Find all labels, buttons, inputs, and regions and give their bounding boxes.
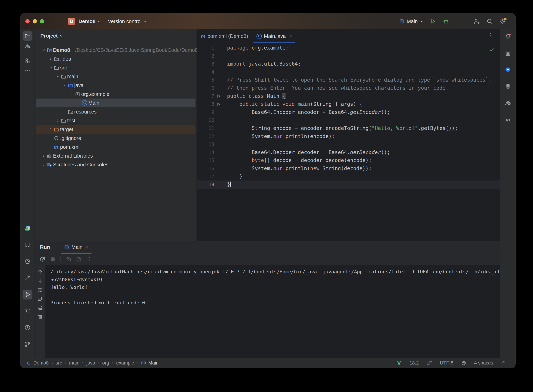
copilot-robot-icon[interactable] <box>503 81 513 91</box>
tree-row-external-libraries[interactable]: External Libraries <box>36 151 196 160</box>
breadcrumb-item-org[interactable]: org <box>102 360 109 366</box>
code-with-me-icon[interactable] <box>503 98 513 108</box>
indent-widget[interactable]: 4 spaces <box>474 360 493 366</box>
run-tab-main[interactable]: Main ✕ <box>61 241 92 253</box>
rerun-icon[interactable] <box>39 256 45 262</box>
run-line-gutter-icon[interactable] <box>214 100 223 108</box>
scroll-to-end-icon[interactable] <box>37 296 43 302</box>
breadcrumb-item-java[interactable]: java <box>87 360 95 366</box>
tree-chevron-down-icon[interactable] <box>48 66 54 70</box>
breadcrumb-item-example[interactable]: example <box>116 360 134 366</box>
scroll-up-icon[interactable] <box>37 269 43 275</box>
caret-position-widget[interactable]: 18:2 <box>409 360 419 366</box>
brackets-icon[interactable] <box>23 240 33 250</box>
more-actions-kebab-icon[interactable] <box>455 18 463 25</box>
learn-person-icon[interactable]: ? <box>23 41 33 51</box>
stop-icon[interactable] <box>50 256 56 262</box>
line-ending-widget[interactable]: LF <box>426 360 432 366</box>
profiler-gauge-icon[interactable] <box>76 256 82 262</box>
gopher-plugin-icon[interactable] <box>23 223 33 233</box>
console-options-kebab-icon[interactable] <box>86 256 92 262</box>
tree-row-target[interactable]: target <box>36 125 196 134</box>
v-plugin-icon[interactable] <box>396 360 402 366</box>
lock-open-icon[interactable] <box>501 360 506 366</box>
tree-row-scratches-and-consoles[interactable]: Scratches and Consoles <box>36 160 196 169</box>
close-window-button[interactable] <box>25 19 30 23</box>
run-button[interactable] <box>429 18 437 25</box>
maven-file-icon: m <box>201 34 205 39</box>
tree-chevron-right-icon[interactable] <box>48 57 54 61</box>
run-play-icon[interactable] <box>23 289 33 299</box>
tree-row-main[interactable]: CMain <box>36 98 196 107</box>
tree-row-demo8[interactable]: Demo8~/Desktop/CS/JavaEE/5 Java SpringBo… <box>36 46 196 55</box>
maven-m-icon[interactable]: m <box>503 115 513 124</box>
editor-options-kebab-icon[interactable] <box>488 33 494 38</box>
tree-chevron-down-icon[interactable] <box>69 92 75 96</box>
gutter-spacer <box>214 140 223 148</box>
breadcrumb-item-main[interactable]: main <box>69 360 79 366</box>
build-hammer-icon[interactable] <box>23 273 33 283</box>
run-toolbar <box>35 253 500 265</box>
tree-row--idea[interactable]: .idea <box>36 55 196 63</box>
tree-chevron-right-icon[interactable] <box>41 163 47 167</box>
breadcrumb-item-main[interactable]: CMain <box>141 360 159 366</box>
minimize-window-button[interactable] <box>33 19 37 23</box>
tree-row-pom-xml[interactable]: mpom.xml <box>36 143 196 151</box>
code-line: 14 Base64.Decoder decoder = Base64.getDe… <box>197 148 500 157</box>
tree-row-org-example[interactable]: org.example <box>36 90 196 98</box>
tree-chevron-right-icon[interactable] <box>48 127 54 131</box>
scroll-down-icon[interactable] <box>37 278 43 284</box>
vcs-menu[interactable]: Version control <box>108 19 147 24</box>
tab-main-java[interactable]: C Main.java ✕ <box>252 29 297 43</box>
more-ellipsis-icon[interactable] <box>23 66 33 76</box>
project-tool-window: Project Demo8~/Desktop/CS/JavaEE/5 Java … <box>35 29 197 241</box>
breadcrumb-item-demo8[interactable]: Demo8 <box>27 360 49 366</box>
screenshot-camera-icon[interactable] <box>65 256 71 262</box>
tree-chevron-down-icon[interactable] <box>41 48 47 52</box>
tree-row--gitignore[interactable]: .gitignore <box>36 134 196 143</box>
clear-console-trash-icon[interactable] <box>37 314 43 320</box>
tree-row-main[interactable]: main <box>36 72 196 81</box>
structure-squares-icon[interactable] <box>23 56 33 66</box>
git-branch-icon[interactable] <box>23 339 33 349</box>
tree-chevron-down-icon[interactable] <box>62 83 68 87</box>
copilot-status-icon[interactable] <box>461 360 466 366</box>
terminal-icon[interactable] <box>23 306 33 316</box>
project-folder-icon[interactable] <box>23 31 33 41</box>
tab-pom-xml[interactable]: m pom.xml (Demo8) <box>197 29 252 43</box>
tree-row-src[interactable]: src <box>36 63 196 72</box>
close-tab-icon[interactable]: ✕ <box>289 33 292 39</box>
zoom-window-button[interactable] <box>40 19 44 23</box>
problems-icon[interactable] <box>23 323 33 333</box>
tree-row-test[interactable]: test <box>36 116 196 125</box>
breadcrumb-item-src[interactable]: src <box>56 360 62 366</box>
print-icon[interactable] <box>37 305 43 311</box>
close-run-tab-icon[interactable]: ✕ <box>85 244 89 250</box>
ai-chat-icon[interactable] <box>503 65 513 75</box>
soft-wrap-icon[interactable] <box>37 287 43 293</box>
project-panel-header[interactable]: Project <box>35 29 196 42</box>
indent-guide <box>239 108 239 173</box>
tree-chevron-right-icon[interactable] <box>41 154 47 158</box>
code-line-text: package org.example; <box>223 44 500 52</box>
database-icon[interactable] <box>503 48 513 58</box>
run-configuration-selector[interactable]: Main <box>399 19 424 24</box>
code-with-me-add-user-icon[interactable] <box>473 18 481 25</box>
search-everywhere-icon[interactable] <box>486 18 494 25</box>
chevron-down-icon <box>59 34 63 38</box>
settings-gear-icon[interactable] <box>499 18 507 25</box>
run-line-gutter-icon[interactable] <box>214 92 223 100</box>
tree-row-java[interactable]: java <box>36 81 196 90</box>
project-avatar[interactable]: D <box>68 18 75 25</box>
services-icon[interactable] <box>23 257 33 266</box>
project-menu[interactable]: Demo8 <box>79 19 101 24</box>
gutter-spacer <box>214 76 223 84</box>
tree-row-resources[interactable]: resources <box>36 107 196 116</box>
encoding-widget[interactable]: UTF-8 <box>440 360 453 366</box>
tree-chevron-right-icon[interactable] <box>55 119 61 122</box>
tree-chevron-down-icon[interactable] <box>55 75 61 79</box>
debug-button[interactable] <box>442 18 450 25</box>
notifications-bell-icon[interactable] <box>503 32 513 42</box>
code-editor[interactable]: 1package org.example;23import java.util.… <box>197 43 500 241</box>
line-number: 5 <box>197 76 214 84</box>
